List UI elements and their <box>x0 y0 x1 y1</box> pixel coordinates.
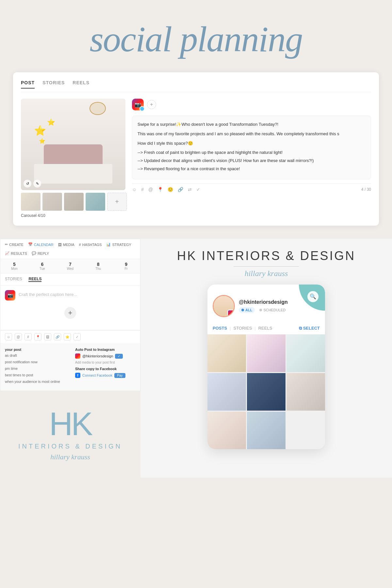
nav-results[interactable]: 📈 RESULTS <box>5 251 27 255</box>
pt-tab-stories[interactable]: STORIES <box>5 277 22 282</box>
toolbar-icon-7[interactable]: ⭐ <box>64 333 71 340</box>
char-count: 4 / 30 <box>361 187 371 192</box>
add-post-btn[interactable]: + <box>64 307 76 319</box>
cal-day-5: 5 Mon <box>0 259 28 273</box>
connect-fb-btn[interactable]: Connect Facebook <box>82 373 112 377</box>
setting-notification: post notification now <box>5 360 65 364</box>
strategy-icon: 📊 <box>106 242 111 247</box>
nav-reply[interactable]: 💬 REPLY <box>32 251 49 255</box>
add-network-btn[interactable]: + <box>147 100 156 109</box>
grid-photo-8[interactable] <box>247 412 286 449</box>
thumbnail-3[interactable] <box>64 193 84 211</box>
chandelier <box>90 102 106 115</box>
grid-photo-3[interactable] <box>286 335 325 372</box>
thumbnail-4[interactable] <box>86 193 105 211</box>
grid-photo-5[interactable] <box>247 373 286 411</box>
compose-row: 📷 Craft the perfect caption here... <box>5 290 136 301</box>
nav-create[interactable]: ✏ CREATE <box>5 242 24 247</box>
draft-label: as draft <box>5 353 17 357</box>
settings-section: your post as draft post notification now… <box>5 348 136 386</box>
filter-tabs: ALL SCHEDULED <box>239 307 320 313</box>
toolbar-icon-4[interactable]: 📍 <box>34 333 41 340</box>
ct-tab-stories[interactable]: STORIES <box>233 326 252 331</box>
toolbar-icon-8[interactable]: ✓ <box>74 333 81 340</box>
check-icon[interactable]: ✓ <box>196 187 200 192</box>
phone-mockup: 🔍 @hkinteriorsdesign ALL <box>207 285 325 449</box>
grid-photo-2[interactable] <box>247 335 286 372</box>
at-icon[interactable]: @ <box>148 187 153 192</box>
compose-placeholder[interactable]: Craft the perfect caption here... <box>19 290 136 297</box>
caption-bullet-3: --> Revamped flooring for a nice contras… <box>138 166 366 172</box>
cal-day-num-5: 5 <box>2 262 26 267</box>
toolbar-icon-2[interactable]: @ <box>15 333 22 340</box>
thumbnail-2[interactable] <box>42 193 62 211</box>
caption-footer: ☺ # @ 📍 🙂 🔗 ⇄ ✓ 4 / 30 <box>132 183 371 192</box>
cal-day-name-wed: Wed <box>58 267 82 270</box>
caption-line-2: This was one of my favorite projects and… <box>138 131 366 138</box>
cal-day-8: 8 Thu <box>84 259 112 273</box>
ct-tab-posts[interactable]: POSTS <box>213 326 227 331</box>
hero-section: social planning <box>0 0 392 72</box>
rotate-icon[interactable]: ↺ <box>24 180 31 188</box>
bed-body <box>34 164 112 184</box>
filter-tab-all[interactable]: ALL <box>239 307 255 313</box>
thumbnail-1[interactable] <box>21 193 41 211</box>
toolbar-icon-3[interactable]: # <box>24 333 32 340</box>
emoji-icon[interactable]: ☺ <box>132 187 137 192</box>
grid-photo-7[interactable] <box>207 412 246 449</box>
tab-post[interactable]: POST <box>21 80 35 89</box>
app-screenshot: ✏ CREATE 📅 CALENDAR 🖼 MEDIA # HASHTAGS 📊 <box>0 239 140 391</box>
select-btn[interactable]: ⧉ SELECT <box>299 326 320 331</box>
filter-tab-scheduled[interactable]: SCHEDULED <box>257 307 288 313</box>
grid-photo-6[interactable] <box>286 373 325 411</box>
ct-tab-reels[interactable]: REELS <box>258 326 272 331</box>
nav-hashtags[interactable]: # HASHTAGS <box>79 243 102 247</box>
nav-media[interactable]: 🖼 MEDIA <box>58 243 74 247</box>
post-type-tabs: STORIES REELS <box>0 273 140 286</box>
cal-day-name-mon: Mon <box>2 267 26 270</box>
toolbar-icon-5[interactable]: 🖼 <box>44 333 51 340</box>
smiley-icon[interactable]: 🙂 <box>168 187 173 192</box>
post-image-area: ⭐ ⭐ ⭐ ↺ ✎ + Carousel 4/10 <box>21 99 125 218</box>
nav-strategy[interactable]: 📊 STRATEGY <box>106 242 131 247</box>
shuffle-icon[interactable]: ⇄ <box>188 187 192 192</box>
facebook-icon: f <box>75 373 80 378</box>
left-bottom-panel: ✏ CREATE 📅 CALENDAR 🖼 MEDIA # HASHTAGS 📊 <box>0 239 140 478</box>
hashtag-icon[interactable]: # <box>141 187 144 192</box>
grid-photo-4[interactable] <box>207 373 246 411</box>
fb-connect-row: f Connect Facebook Pay <box>75 373 136 378</box>
tab-reels[interactable]: REELS <box>73 80 90 89</box>
bottom-section: ✏ CREATE 📅 CALENDAR 🖼 MEDIA # HASHTAGS 📊 <box>0 239 392 478</box>
pay-btn[interactable]: Pay <box>114 373 125 378</box>
instagram-icon[interactable]: 📷 <box>132 99 144 110</box>
auto-post-title: Auto Post to Instagram <box>75 348 136 351</box>
toolbar-icon-6[interactable]: 🔗 <box>54 333 61 340</box>
toolbar-icon-1[interactable]: ☺ <box>5 333 12 340</box>
time-label: pm time <box>5 367 18 370</box>
grid-photo-1[interactable] <box>207 335 246 372</box>
caption-text-area[interactable]: Swipe for a surprise!✨Who doesn't love a… <box>132 116 371 179</box>
add-thumbnail-btn[interactable]: + <box>107 193 127 211</box>
caption-line-1: Swipe for a surprise!✨Who doesn't love a… <box>138 121 366 128</box>
cal-day-7: 7 Wed <box>56 259 84 273</box>
link-icon[interactable]: 🔗 <box>178 187 183 192</box>
nav-calendar[interactable]: 📅 CALENDAR <box>28 242 54 247</box>
reply-icon: 💬 <box>32 251 36 255</box>
hk-script: hillary krauss <box>50 453 90 461</box>
post-text-area: 📷 + Swipe for a surprise!✨Who doesn't lo… <box>132 99 371 218</box>
location-icon[interactable]: 📍 <box>157 187 163 192</box>
caption-line-3: How did I style this space?🙂 <box>138 140 366 147</box>
post-tabs: POST STORIES REELS <box>21 80 371 92</box>
compose-toolbar: ☺ @ # 📍 🖼 🔗 ⭐ ✓ <box>0 330 140 343</box>
search-icon-phone[interactable]: 🔍 <box>307 291 318 302</box>
pt-tab-reels[interactable]: REELS <box>28 277 41 282</box>
cal-day-num-6: 6 <box>30 262 55 267</box>
cal-day-name-fr: Fr <box>114 267 138 270</box>
main-image: ⭐ ⭐ ⭐ ↺ ✎ <box>21 99 125 190</box>
ig-connect-row: @hkinteriorsdesign ✓ <box>75 353 136 359</box>
nav-media-label: MEDIA <box>63 243 74 247</box>
nav-hashtags-label: HASHTAGS <box>82 243 102 247</box>
dot-gray <box>259 309 262 311</box>
edit-icon[interactable]: ✎ <box>33 180 41 188</box>
tab-stories[interactable]: STORIES <box>42 80 65 89</box>
